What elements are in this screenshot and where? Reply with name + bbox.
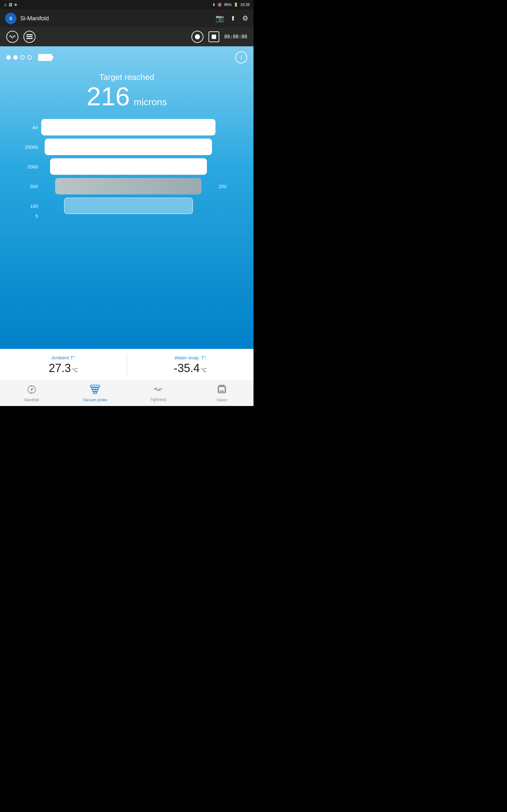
battery-icon: 🔋: [233, 3, 238, 7]
funnel-row-2000: 2000: [19, 158, 234, 175]
status-bar: ⚠ 🖼 ❋ ⬇ 🔇 96% 🔋 16:26: [0, 0, 253, 9]
status-bar-right: ⬇ 🔇 96% 🔋 16:26: [212, 3, 250, 7]
funnel-right-500: 250: [219, 184, 234, 189]
funnel-row-air: Air: [19, 119, 234, 136]
battery-full-indicator: [38, 54, 52, 61]
logo-text: S: [9, 16, 12, 21]
app-bar-icons: 📷 ⬆ ⚙: [216, 14, 248, 22]
water-unit: °C: [201, 368, 207, 373]
saves-label: Saves: [216, 398, 227, 402]
timer-display: 00:00:00: [224, 34, 247, 40]
funnel-bar-air: [41, 119, 216, 136]
image-icon: 🖼: [9, 3, 12, 7]
tightness-label: Tightness: [150, 397, 167, 402]
dot-2: [13, 55, 18, 60]
settings-button[interactable]: ⚙: [242, 14, 248, 22]
water-value: -35.4: [174, 362, 200, 375]
nav-item-tightness[interactable]: Tightness: [127, 383, 190, 404]
ambient-unit: °C: [72, 368, 78, 373]
app-title: Si-Manifold: [20, 15, 216, 22]
nav-item-manifold[interactable]: Manifold: [0, 382, 63, 405]
funnel-label-2000: 2000: [19, 164, 38, 169]
funnel-bar-2000: [50, 158, 207, 175]
funnel-row-25000: 25000: [19, 139, 234, 155]
funnel-label-500: 500: [19, 184, 38, 189]
battery-percent: 96%: [224, 3, 232, 7]
funnel-row-100: 100: [19, 198, 234, 214]
funnel-bar-25000-container: [41, 139, 216, 155]
funnel-bar-100: [64, 198, 193, 214]
time-display: 16:26: [240, 3, 250, 7]
funnel-bar-500: [55, 178, 202, 194]
bottom-nav: Manifold Vacuum probe Tightness: [0, 380, 253, 406]
info-button[interactable]: i: [235, 51, 247, 63]
dot-3: [20, 55, 25, 60]
toolbar: 00:00:00: [0, 27, 253, 46]
water-label: Water evap. T°: [175, 355, 206, 360]
funnel-label-5: 5: [19, 213, 38, 219]
svg-rect-10: [93, 392, 97, 394]
funnel-label-25000: 25000: [19, 144, 38, 150]
record-button[interactable]: [191, 31, 204, 43]
funnel-bar-100-container: [41, 198, 216, 214]
dot-indicators: [6, 55, 32, 60]
status-bar-left: ⚠ 🖼 ❋: [4, 3, 17, 7]
funnel-row-500: 500 250: [19, 178, 234, 194]
vacuum-probe-label: Vacuum probe: [83, 398, 107, 402]
water-value-row: -35.4 °C: [174, 362, 207, 375]
funnel-chart: Air 25000 2000 500: [0, 113, 253, 232]
nav-item-saves[interactable]: Saves: [190, 382, 253, 405]
funnel-bar-500-container: [41, 178, 216, 194]
funnel-bar-2000-container: [41, 158, 216, 175]
target-value-row: 216 microns: [0, 84, 253, 109]
dot-4: [27, 55, 32, 60]
svg-rect-2: [26, 38, 33, 39]
funnel-label-100: 100: [19, 203, 38, 209]
ambient-section: Ambient T° 27.3 °C: [0, 352, 127, 378]
svg-rect-0: [26, 34, 33, 35]
dot-1: [6, 55, 11, 60]
indicator-row: [6, 54, 52, 61]
stop-button[interactable]: [209, 32, 219, 42]
mute-icon: 🔇: [217, 3, 222, 7]
manifold-icon: [27, 385, 37, 397]
list-button[interactable]: [23, 31, 36, 43]
tightness-icon: [153, 385, 164, 396]
funnel-row-5: 5: [19, 213, 234, 219]
vacuum-probe-icon: [90, 385, 101, 397]
main-content: i Target reached 216 microns Air 25000: [0, 46, 253, 349]
ambient-value-row: 27.3 °C: [49, 362, 78, 375]
nav-item-vacuum-probe[interactable]: Vacuum probe: [63, 382, 127, 405]
svg-rect-1: [26, 36, 33, 37]
svg-rect-9: [92, 390, 98, 392]
svg-rect-7: [90, 385, 100, 387]
target-label: Target reached: [0, 72, 253, 82]
toolbar-left: [6, 31, 36, 43]
manifold-label: Manifold: [24, 398, 39, 402]
app-bar: S Si-Manifold 📷 ⬆ ⚙: [0, 9, 253, 27]
water-section: Water evap. T° -35.4 °C: [127, 352, 254, 378]
warning-icon: ⚠: [4, 3, 7, 7]
app-logo: S: [5, 13, 16, 24]
ambient-value: 27.3: [49, 362, 71, 375]
svg-rect-8: [91, 388, 99, 389]
saves-icon: [217, 385, 226, 397]
bluetooth-status-icon: ⬇: [212, 3, 216, 7]
funnel-label-air: Air: [19, 125, 38, 130]
funnel-bar-air-container: [41, 119, 216, 136]
toolbar-right: 00:00:00: [191, 31, 247, 43]
share-button[interactable]: ⬆: [230, 14, 236, 22]
ambient-label: Ambient T°: [52, 355, 75, 360]
target-section: Target reached 216 microns: [0, 66, 253, 113]
funnel-bar-25000: [45, 139, 212, 155]
target-number: 216: [87, 84, 130, 109]
top-controls: i: [0, 46, 253, 66]
camera-button[interactable]: 📷: [216, 14, 224, 22]
target-unit: microns: [134, 97, 167, 107]
wave-button[interactable]: [6, 31, 18, 43]
bluetooth-icon: ❋: [14, 3, 17, 7]
bottom-info: Ambient T° 27.3 °C Water evap. T° -35.4 …: [0, 349, 253, 380]
